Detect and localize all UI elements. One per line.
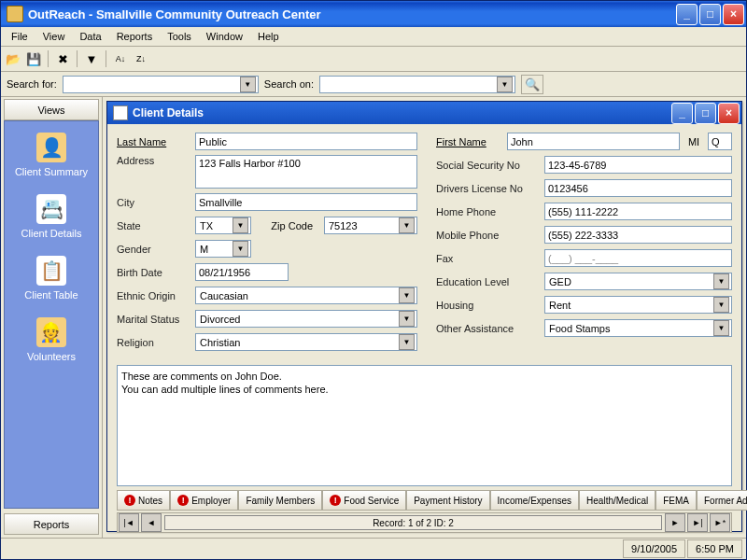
search-go-icon[interactable]: 🔍 <box>521 75 543 94</box>
sidebar: Views 👤 Client Summary 📇 Client Details … <box>1 97 103 538</box>
tab-family[interactable]: Family Members <box>238 490 322 511</box>
last-name-input[interactable]: Public <box>195 133 417 150</box>
child-title: Client Details <box>133 106 671 119</box>
fax-input[interactable]: (___) ___-____ <box>544 249 732 267</box>
sidebar-tab-views[interactable]: Views <box>4 99 99 120</box>
menu-reports[interactable]: Reports <box>110 29 160 44</box>
close-button[interactable]: × <box>723 4 744 25</box>
chevron-down-icon[interactable]: ▼ <box>399 311 415 327</box>
menu-view[interactable]: View <box>36 29 72 44</box>
state-label: State <box>117 220 190 231</box>
open-icon[interactable]: 📂 <box>5 50 21 67</box>
nav-first-button[interactable]: |◄ <box>119 513 139 532</box>
last-name-label[interactable]: Last Name <box>117 136 190 147</box>
chevron-down-icon[interactable]: ▼ <box>713 297 729 313</box>
statusbar: 9/10/2005 6:50 PM <box>1 538 746 559</box>
child-minimize-button[interactable]: _ <box>671 103 693 124</box>
chevron-down-icon[interactable]: ▼ <box>399 287 415 303</box>
tab-notes[interactable]: !Notes <box>117 490 170 511</box>
toolbar: 📂 💾 ✖ ▼ A↓ Z↓ <box>1 47 746 72</box>
ssn-input[interactable]: 123-45-6789 <box>544 156 732 174</box>
menu-help[interactable]: Help <box>251 29 286 44</box>
gender-combo[interactable]: M▼ <box>195 240 251 258</box>
address-input[interactable]: 123 Falls Harbor #100 <box>195 155 417 189</box>
alert-icon: ! <box>177 495 189 506</box>
housing-combo[interactable]: Rent▼ <box>544 296 732 314</box>
search-for-combo[interactable]: ▼ <box>63 76 259 93</box>
chevron-down-icon[interactable]: ▼ <box>233 217 248 233</box>
alert-icon: ! <box>124 495 135 506</box>
nav-prev-button[interactable]: ◄ <box>141 513 162 532</box>
search-on-combo[interactable]: ▼ <box>319 76 515 93</box>
fax-label: Fax <box>436 253 539 264</box>
chevron-down-icon[interactable]: ▼ <box>713 320 729 336</box>
tab-income[interactable]: Income/Expenses <box>490 490 580 511</box>
state-combo[interactable]: TX▼ <box>195 217 251 234</box>
child-maximize-button[interactable]: □ <box>695 103 716 124</box>
nav-last-button[interactable]: ►| <box>687 513 708 532</box>
birth-input[interactable]: 08/21/1956 <box>195 263 289 281</box>
delete-icon[interactable]: ✖ <box>54 50 71 67</box>
sidebar-item-label: Volunteers <box>27 351 76 362</box>
tab-former[interactable]: Former Address <box>697 490 747 511</box>
chevron-down-icon[interactable]: ▼ <box>399 334 415 350</box>
mobile-phone-input[interactable]: (555) 222-3333 <box>544 226 732 244</box>
home-phone-input[interactable]: (555) 111-2222 <box>544 203 732 220</box>
menu-file[interactable]: File <box>5 29 35 44</box>
assist-label: Other Assistance <box>436 323 539 334</box>
tab-health[interactable]: Health/Medical <box>579 490 655 511</box>
chevron-down-icon[interactable]: ▼ <box>713 273 729 289</box>
window-title: OutReach - Smallville Community Outreach… <box>28 7 676 21</box>
marital-combo[interactable]: Divorced▼ <box>195 310 417 328</box>
menu-data[interactable]: Data <box>73 29 107 44</box>
menu-tools[interactable]: Tools <box>161 29 198 44</box>
sidebar-tab-reports[interactable]: Reports <box>4 513 99 535</box>
person-icon: 👤 <box>36 133 66 162</box>
address-label: Address <box>117 155 190 166</box>
comments-textarea[interactable]: These are comments on John Doe. You can … <box>117 365 732 486</box>
tab-food[interactable]: !Food Service <box>322 490 406 511</box>
religion-combo[interactable]: Christian▼ <box>195 333 417 351</box>
mi-label: MI <box>685 136 702 147</box>
mi-input[interactable]: Q <box>708 133 732 150</box>
minimize-button[interactable]: _ <box>676 4 698 25</box>
app-icon <box>7 6 23 22</box>
assist-combo[interactable]: Food Stamps▼ <box>544 319 732 337</box>
sidebar-item-client-summary[interactable]: 👤 Client Summary <box>15 133 88 177</box>
volunteer-icon: 👷 <box>36 317 66 347</box>
nav-record-indicator: Record: 1 of 2 ID: 2 <box>164 515 662 530</box>
record-navigator: |◄ ◄ Record: 1 of 2 ID: 2 ► ►| ►* <box>117 512 732 533</box>
tab-fema[interactable]: FEMA <box>655 490 697 511</box>
first-name-label[interactable]: First Name <box>436 136 501 147</box>
content-area: Client Details _ □ × Last Name Public <box>103 97 746 538</box>
sidebar-item-client-details[interactable]: 📇 Client Details <box>21 194 82 239</box>
body: Views 👤 Client Summary 📇 Client Details … <box>1 97 746 538</box>
sort-asc-icon[interactable]: A↓ <box>112 50 129 67</box>
filter-icon[interactable]: ▼ <box>83 50 100 67</box>
zip-combo[interactable]: 75123▼ <box>324 217 417 234</box>
dl-input[interactable]: 0123456 <box>544 179 732 197</box>
chevron-down-icon[interactable]: ▼ <box>233 241 248 257</box>
sort-desc-icon[interactable]: Z↓ <box>133 50 149 67</box>
chevron-down-icon[interactable]: ▼ <box>240 77 256 92</box>
table-icon: 📋 <box>36 256 66 286</box>
zip-label: Zip Code <box>257 220 318 231</box>
edu-combo[interactable]: GED▼ <box>544 273 732 290</box>
maximize-button[interactable]: □ <box>699 4 721 25</box>
nav-next-button[interactable]: ► <box>665 513 685 532</box>
chevron-down-icon[interactable]: ▼ <box>497 77 513 92</box>
tab-payment[interactable]: Payment History <box>406 490 489 511</box>
tab-employer[interactable]: !Employer <box>170 490 238 511</box>
city-input[interactable]: Smallville <box>195 193 417 211</box>
save-icon[interactable]: 💾 <box>25 50 42 67</box>
child-close-button[interactable]: × <box>718 103 740 124</box>
sidebar-item-volunteers[interactable]: 👷 Volunteers <box>27 317 76 362</box>
nav-new-button[interactable]: ►* <box>710 513 730 532</box>
edu-label: Education Level <box>436 276 539 287</box>
menu-window[interactable]: Window <box>200 29 249 44</box>
first-name-input[interactable]: John <box>507 133 680 150</box>
sidebar-item-client-table[interactable]: 📋 Client Table <box>24 256 78 301</box>
ethnic-combo[interactable]: Caucasian▼ <box>195 287 417 304</box>
marital-label: Marital Status <box>117 314 190 325</box>
chevron-down-icon[interactable]: ▼ <box>399 217 415 233</box>
